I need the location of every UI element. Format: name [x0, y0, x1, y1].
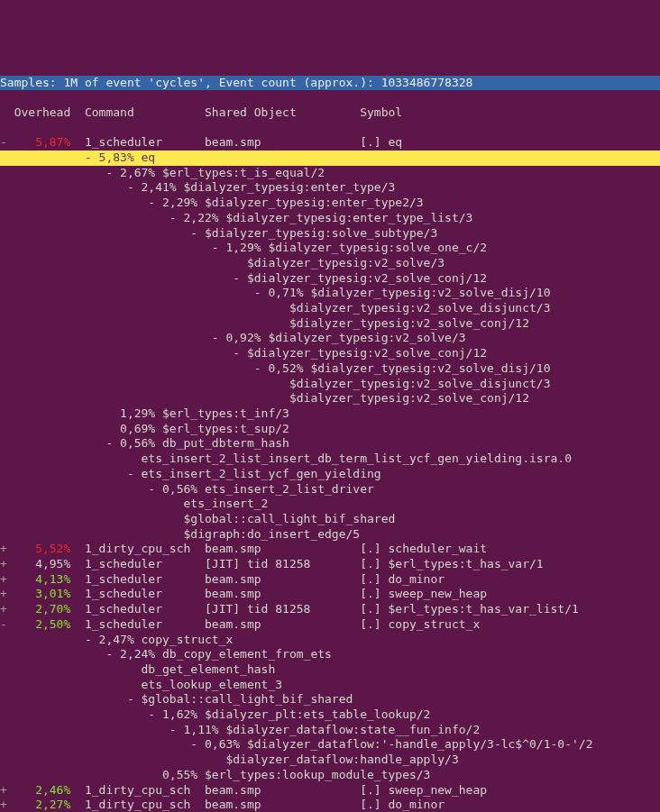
perf-row[interactable]: + 2,70% 1_scheduler [JIT] tid 81258 [.] … — [0, 602, 660, 617]
expand-mark[interactable] — [0, 196, 7, 209]
perf-row[interactable]: + 3,01% 1_scheduler beam.smp [.] sweep_n… — [0, 587, 660, 602]
expand-mark[interactable] — [0, 737, 7, 751]
expand-mark[interactable] — [0, 361, 7, 375]
perf-row[interactable]: - $dialyzer_typesig:v2_solve_conj/12 — [0, 271, 660, 287]
perf-row[interactable]: - 2,47% copy_struct_x — [0, 633, 660, 648]
expand-mark[interactable] — [0, 377, 7, 390]
perf-row[interactable]: - 5,83% eq — [0, 151, 660, 166]
perf-row[interactable]: + 4,95% 1_scheduler [JIT] tid 81258 [.] … — [0, 557, 660, 572]
expand-mark[interactable] — [0, 512, 7, 525]
expand-mark[interactable] — [0, 180, 7, 194]
expand-mark[interactable] — [0, 331, 7, 344]
row-text: - 0,71% $dialyzer_typesig:v2_solve_disj/… — [70, 286, 550, 299]
expand-mark[interactable]: + — [0, 587, 7, 600]
expand-mark[interactable] — [0, 151, 7, 164]
perf-row[interactable]: ets_insert_2_list_insert_db_term_list_yc… — [0, 452, 660, 467]
expand-mark[interactable] — [0, 647, 7, 661]
perf-row[interactable]: $dialyzer_typesig:v2_solve/3 — [0, 256, 660, 271]
expand-mark[interactable]: + — [0, 798, 7, 811]
expand-mark[interactable] — [0, 211, 7, 224]
perf-row[interactable]: - 2,41% $dialyzer_typesig:enter_type/3 — [0, 180, 660, 196]
expand-mark[interactable] — [0, 467, 7, 480]
expand-mark[interactable] — [0, 482, 7, 496]
row-text: - $dialyzer_typesig:v2_solve_conj/12 — [70, 271, 487, 285]
perf-row[interactable]: - ets_insert_2_list_ycf_gen_yielding — [0, 467, 660, 482]
expand-mark[interactable] — [0, 226, 7, 240]
expand-mark[interactable] — [0, 662, 7, 676]
expand-mark[interactable] — [0, 452, 7, 465]
expand-mark[interactable]: + — [0, 542, 7, 555]
expand-mark[interactable] — [0, 391, 7, 405]
expand-mark[interactable] — [0, 286, 7, 299]
perf-row[interactable]: - 0,63% $dialyzer_dataflow:'-handle_appl… — [0, 737, 660, 753]
expand-mark[interactable] — [0, 301, 7, 315]
perf-row[interactable]: 1,29% $erl_types:t_inf/3 — [0, 406, 660, 422]
perf-row[interactable]: $dialyzer_typesig:v2_solve_disjunct/3 — [0, 301, 660, 316]
expand-mark[interactable] — [0, 166, 7, 179]
perf-row[interactable]: - 2,67% $erl_types:t_is_equal/2 — [0, 166, 660, 181]
expand-mark[interactable] — [0, 271, 7, 285]
perf-row[interactable]: - $dialyzer_typesig:v2_solve_conj/12 — [0, 346, 660, 361]
perf-row[interactable]: $dialyzer_typesig:v2_solve_conj/12 — [0, 391, 660, 406]
expand-mark[interactable] — [0, 497, 7, 510]
perf-row[interactable]: - 1,29% $dialyzer_typesig:solve_one_c/2 — [0, 241, 660, 256]
perf-row[interactable]: - $dialyzer_typesig:solve_subtype/3 — [0, 226, 660, 242]
expand-mark[interactable] — [0, 678, 7, 691]
expand-mark[interactable]: + — [0, 602, 7, 616]
perf-row[interactable]: + 2,46% 1_dirty_cpu_sch beam.smp [.] swe… — [0, 783, 660, 798]
perf-row[interactable]: $dialyzer_typesig:v2_solve_conj/12 — [0, 316, 660, 332]
perf-row[interactable]: $global::call_light_bif_shared — [0, 512, 660, 527]
expand-mark[interactable] — [0, 768, 7, 781]
perf-row[interactable]: - 2,29% $dialyzer_typesig:enter_type2/3 — [0, 196, 660, 211]
overhead-pct — [28, 301, 70, 315]
perf-row[interactable]: $digraph:do_insert_edge/5 — [0, 527, 660, 543]
expand-mark[interactable] — [0, 241, 7, 254]
expand-mark[interactable] — [0, 633, 7, 646]
expand-mark[interactable]: + — [0, 557, 7, 570]
expand-mark[interactable] — [0, 723, 7, 736]
overhead-pct — [28, 406, 70, 420]
perf-row[interactable]: 0,69% $erl_types:t_sup/2 — [0, 422, 660, 437]
perf-row[interactable]: 0,55% $erl_types:lookup_module_types/3 — [0, 768, 660, 783]
expand-mark[interactable] — [0, 256, 7, 269]
expand-mark[interactable] — [0, 346, 7, 360]
expand-mark[interactable] — [0, 316, 7, 330]
perf-row[interactable]: - 2,24% db_copy_element_from_ets — [0, 647, 660, 662]
perf-row[interactable]: + 4,13% 1_scheduler beam.smp [.] do_mino… — [0, 572, 660, 588]
expand-mark[interactable] — [0, 527, 7, 541]
row-text: 1_scheduler beam.smp [.] sweep_new_heap — [70, 587, 487, 600]
perf-row[interactable]: - 5,87% 1_scheduler beam.smp [.] eq — [0, 135, 660, 151]
perf-row[interactable]: + 5,52% 1_dirty_cpu_sch beam.smp [.] sch… — [0, 542, 660, 557]
overhead-pct — [28, 180, 70, 194]
perf-row[interactable]: - 0,92% $dialyzer_typesig:v2_solve/3 — [0, 331, 660, 346]
perf-row[interactable]: - 2,50% 1_scheduler beam.smp [.] copy_st… — [0, 617, 660, 633]
perf-row[interactable]: - 0,52% $dialyzer_typesig:v2_solve_disj/… — [0, 361, 660, 377]
perf-row[interactable]: - 0,56% ets_insert_2_list_driver — [0, 482, 660, 497]
expand-mark[interactable] — [0, 753, 7, 766]
expand-mark[interactable] — [0, 707, 7, 721]
expand-mark[interactable] — [0, 436, 7, 450]
perf-row[interactable]: + 2,27% 1_dirty_cpu_sch beam.smp [.] do_… — [0, 798, 660, 812]
perf-row[interactable]: - 1,62% $dialyzer_plt:ets_table_lookup/2 — [0, 707, 660, 723]
expand-mark[interactable]: - — [0, 135, 7, 149]
perf-row[interactable]: - 2,22% $dialyzer_typesig:enter_type_lis… — [0, 211, 660, 226]
perf-row[interactable]: $dialyzer_typesig:v2_solve_disjunct/3 — [0, 377, 660, 392]
perf-row[interactable]: ets_insert_2 — [0, 497, 660, 512]
perf-row[interactable]: db_get_element_hash — [0, 662, 660, 678]
perf-row[interactable]: - $global::call_light_bif_shared — [0, 692, 660, 707]
expand-mark[interactable]: + — [0, 572, 7, 586]
perf-row[interactable]: - 1,11% $dialyzer_dataflow:state__fun_in… — [0, 723, 660, 738]
row-text: 1_scheduler beam.smp [.] copy_struct_x — [70, 617, 480, 631]
perf-report-rows[interactable]: - 5,87% 1_scheduler beam.smp [.] eq - 5,… — [0, 135, 660, 812]
expand-mark[interactable]: - — [0, 617, 7, 631]
row-text: 1_dirty_cpu_sch beam.smp [.] scheduler_w… — [70, 542, 487, 555]
expand-mark[interactable]: + — [0, 783, 7, 797]
expand-mark[interactable] — [0, 422, 7, 435]
expand-mark[interactable] — [0, 692, 7, 706]
perf-row[interactable]: ets_lookup_element_3 — [0, 678, 660, 693]
perf-row[interactable]: $dialyzer_dataflow:handle_apply/3 — [0, 753, 660, 768]
row-text: $digraph:do_insert_edge/5 — [70, 527, 360, 541]
perf-row[interactable]: - 0,56% db_put_dbterm_hash — [0, 436, 660, 452]
perf-row[interactable]: - 0,71% $dialyzer_typesig:v2_solve_disj/… — [0, 286, 660, 301]
expand-mark[interactable] — [0, 406, 7, 420]
